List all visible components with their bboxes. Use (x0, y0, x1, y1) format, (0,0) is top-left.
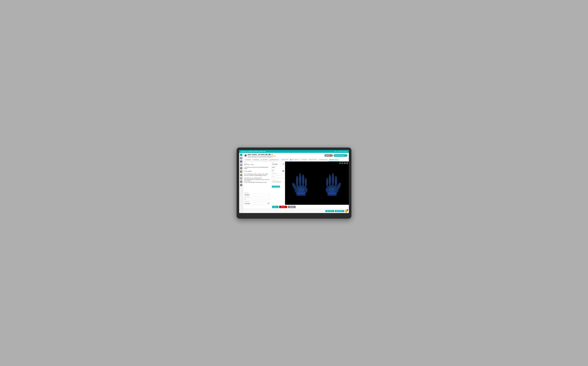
patient-sub-info: HKID: D4664904A Phone: 24625231168 Patie… (248, 156, 276, 157)
app-build: Build: 2021-07-30 04 (338, 151, 347, 152)
date-field: Date 📅 (272, 162, 284, 165)
tab-prescription[interactable]: 💊 PRESCRIPTION (269, 159, 279, 161)
cancel-button[interactable]: CANCEL (288, 206, 296, 208)
sidebar-icon-medicine[interactable]: 💊 (240, 174, 242, 176)
tab-ref-letter[interactable]: 📄 REF LETTER (279, 159, 289, 161)
leave-days-box[interactable]: 2 (244, 198, 270, 200)
rotate-btn[interactable]: ↻ (344, 162, 346, 164)
tab-allergies[interactable]: ⚠ ALLERGIES (299, 159, 308, 161)
tab-bar: ✉ HISTORY ✏ DRAWING 🧪 LAB TESTS 💊 PRESCR… (243, 159, 349, 161)
tab-drawing[interactable]: ✏ DRAWING (252, 159, 260, 161)
svg-rect-24 (328, 192, 337, 196)
category-value: XR (272, 170, 273, 172)
app-user: admin (334, 151, 337, 152)
image-type-value: Others (272, 167, 284, 168)
svg-point-7 (298, 187, 304, 192)
diagnosis-label: Diagnosis (244, 192, 270, 193)
svg-rect-23 (296, 192, 306, 196)
receipts-btn[interactable]: 🧾 RECEIPTS (335, 210, 344, 212)
bell-button[interactable]: 🔔 27 (345, 210, 348, 213)
patient-info-left: 👤 MISS WONG, SIU MAN (黃小雯) HKID: D466490… (244, 153, 276, 158)
image-file-label: Image File (272, 180, 284, 181)
remark-field: Remark (272, 176, 284, 179)
calendar-icon: 📅 (268, 203, 269, 204)
form-image-row: Date 📅 Image Type Others (271, 161, 349, 205)
patient-avatar: 👤 (244, 154, 247, 157)
category-remove-btn[interactable]: ✕ (282, 170, 284, 172)
image-item-field: Image Item (272, 173, 284, 175)
monitor: Caduceus | CONSULTATION DASHBOARD admin … (237, 147, 351, 219)
app-header: Caduceus | CONSULTATION DASHBOARD admin … (239, 150, 349, 153)
patient-image-icon: 🖼 (329, 159, 331, 160)
patient-header: 👤 MISS WONG, SIU MAN (黃小雯) HKID: D466490… (243, 153, 349, 159)
tab-history[interactable]: ✉ HISTORY (244, 159, 252, 161)
date-calendar-icon: 📅 (283, 164, 284, 165)
image-item-input[interactable] (272, 174, 284, 175)
sidebar: ⌂ ▦ 👤 📋 🔗 🛒 💊 📈 🔍 🔧 (239, 153, 243, 213)
health-icon: ❤ (309, 159, 310, 160)
zoom-out-btn[interactable]: − (341, 162, 343, 164)
save-button[interactable]: SAVE (272, 206, 279, 208)
screen: Caduceus | CONSULTATION DASHBOARD admin … (239, 150, 349, 213)
sidebar-icon-link[interactable]: 🔗 (240, 167, 242, 169)
header-right: admin Build: 2021-07-30 04 (334, 151, 347, 152)
fullscreen-btn[interactable]: ⛶ (346, 162, 348, 164)
receipts-icon: 🧾 (336, 211, 338, 212)
image-file-box: x-ray-film-500x500.png (272, 181, 284, 185)
diagnosis-box[interactable]: Dyspepsia (244, 194, 270, 196)
follow-ups-icon: 👤 (290, 159, 292, 160)
tab-health-data[interactable]: ❤ HEALTH DATA (308, 159, 318, 161)
sidebar-icon-stats[interactable]: ▦ (240, 157, 242, 159)
sidebar-icon-settings[interactable]: 🔧 (240, 184, 242, 186)
lab-icon: 🧪 (261, 159, 262, 160)
waiting-count: 1 (330, 155, 332, 156)
leave-until-box[interactable]: 2021-08-04 📅 (244, 202, 270, 205)
notes-text: BW 52.7kg → 52.1kg LLQ discomfort reduce… (244, 164, 270, 183)
sidebar-icon-search[interactable]: 🔍 (240, 181, 242, 183)
main-layout: ⌂ ▦ 👤 📋 🔗 🛒 💊 📈 🔍 🔧 👤 (239, 153, 349, 213)
tab-immunization[interactable]: 💉 IMMUNIZATION (318, 159, 328, 161)
app-title: Caduceus | CONSULTATION DASHBOARD (241, 151, 266, 152)
ref-letter-icon: 📄 (280, 159, 282, 160)
waiting-badge: WAITING 1 (324, 154, 333, 157)
image-type-label: Image Type (272, 166, 284, 167)
svg-point-18 (329, 187, 335, 192)
image-file-field: Image File x-ray-film-500x500.png RE-UPL… (272, 180, 284, 188)
category-field: Category XR ✕ (272, 169, 284, 172)
history-icon: ✉ (245, 159, 246, 160)
image-controls: + − ↻ ⛶ (339, 162, 348, 164)
history-bottom-btn[interactable]: 🕐 HISTORY (325, 210, 334, 212)
action-bar: SAVE DELETE CANCEL (271, 205, 349, 209)
tab-patient-image[interactable]: 🖼 PATIENT IMAGE (328, 159, 339, 161)
reupload-button[interactable]: RE-UPLOAD (272, 186, 280, 188)
tab-follow-ups[interactable]: 👤 FOLLOW UPS (289, 159, 299, 161)
patient-details-block: MISS WONG, SIU MAN (黃小雯) HKID: D4664904A… (248, 153, 276, 158)
remark-input[interactable] (272, 177, 284, 179)
patient-age-info: 54 years old · FEMALE Mobile: 97439876 (… (248, 157, 276, 158)
medicine-badge: MEDICINE PENDING 0 (334, 154, 347, 157)
sidebar-icon-cart[interactable]: 🛒 (240, 170, 242, 173)
immunization-icon: 💉 (319, 159, 320, 160)
tab-lab-tests[interactable]: 🧪 LAB TESTS (260, 159, 269, 161)
left-column: Notes BW 52.7kg → 52.1kg LLQ discomfort … (243, 161, 271, 209)
date-input[interactable] (272, 163, 282, 165)
two-col-area: Notes BW 52.7kg → 52.1kg LLQ discomfort … (243, 161, 349, 209)
prescription-icon: 💊 (270, 159, 271, 160)
patient-name: MISS WONG, SIU MAN (黃小雯) (248, 153, 276, 156)
image-type-field: Image Type Others (272, 166, 284, 168)
online-indicator (271, 154, 273, 155)
xray-image-area: + − ↻ ⛶ (285, 161, 349, 205)
leave-until-label: Leave Until (244, 201, 270, 202)
zoom-in-btn[interactable]: + (339, 162, 341, 164)
image-form-panel: Date 📅 Image Type Others (271, 161, 285, 205)
medicine-count: 0 (345, 155, 346, 156)
sidebar-icon-user[interactable]: 👤 (240, 160, 242, 163)
category-label: Category (272, 169, 284, 170)
history-bottom-icon: 🕐 (327, 211, 328, 212)
sidebar-icon-chart[interactable]: 📈 (240, 177, 242, 179)
sidebar-icon-home[interactable]: ⌂ (240, 154, 242, 156)
delete-button[interactable]: DELETE (279, 206, 287, 208)
right-area: Date 📅 Image Type Others (271, 161, 349, 209)
sidebar-icon-notes[interactable]: 📋 (240, 164, 242, 166)
leave-days-label: Leave Days (244, 197, 270, 198)
